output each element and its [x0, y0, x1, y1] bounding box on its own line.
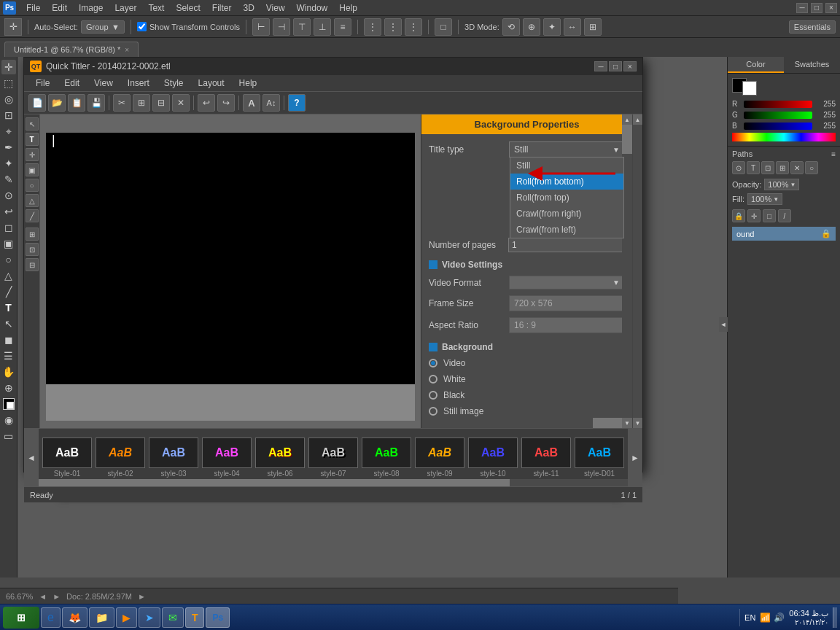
dialog-right-scrollbar[interactable]: ▲ ▼ — [632, 114, 642, 428]
essentials-btn[interactable]: Essentials — [789, 20, 836, 34]
align-center-icon[interactable]: ⊣ — [273, 18, 290, 36]
move-tool-icon[interactable]: ✛ — [4, 18, 22, 36]
dialog-triangle-tool[interactable]: △ — [26, 194, 39, 207]
dialog-filter-icon[interactable]: ⊡ — [26, 243, 39, 256]
dialog-pointer-tool[interactable]: ↖ — [26, 117, 39, 131]
dialog-new2-btn[interactable]: 📋 — [68, 94, 85, 112]
dialog-line-tool[interactable]: ╱ — [26, 209, 39, 222]
path-tool4[interactable]: ⊞ — [776, 161, 789, 174]
style-item-02[interactable]: AaB style-02 — [95, 438, 146, 478]
style-item-04[interactable]: AaB style-04 — [201, 438, 252, 478]
lock-position-icon[interactable]: ✛ — [747, 209, 761, 222]
path-tool5[interactable]: ✕ — [790, 161, 804, 174]
canvas-tab[interactable]: Untitled-1 @ 66.7% (RGB/8) * × — [4, 42, 139, 57]
dialog-redo-btn[interactable]: ↪ — [217, 94, 235, 112]
bg-video-radio[interactable] — [429, 359, 438, 368]
style-item-05[interactable]: AaB style-06 — [254, 438, 306, 478]
menu-file[interactable]: File — [20, 1, 46, 15]
arrange-icon[interactable]: □ — [435, 18, 452, 36]
gradient-tool[interactable]: ▣ — [1, 236, 16, 251]
foreground-color[interactable] — [1, 397, 16, 411]
styles-hscroll-thumb[interactable] — [39, 479, 510, 486]
dialog-textstyle-btn[interactable]: A↕ — [262, 94, 280, 112]
hscroll-thumb[interactable] — [593, 418, 622, 428]
dialog-menu-style[interactable]: Style — [158, 77, 190, 90]
bg-color-swatch[interactable] — [742, 81, 757, 96]
style-item-06[interactable]: AaB style-07 — [308, 438, 359, 478]
menu-3d[interactable]: 3D — [237, 1, 260, 15]
dialog-open-btn[interactable]: 📂 — [48, 94, 66, 112]
healing-tool[interactable]: ✦ — [1, 156, 16, 171]
fill-select[interactable]: 100% ▼ — [747, 193, 782, 205]
taskbar-titler[interactable]: T — [185, 607, 205, 628]
dialog-canvas[interactable]: | — [40, 114, 421, 428]
color-spectrum[interactable] — [732, 133, 836, 141]
brush-tool[interactable]: ✎ — [1, 172, 16, 187]
taskbar-wmp[interactable]: ▶ — [116, 607, 137, 628]
bg-video-row[interactable]: Video — [429, 358, 625, 368]
style-item-08[interactable]: AaB style-09 — [414, 438, 465, 478]
menu-select[interactable]: Select — [170, 1, 206, 15]
dialog-menu-file[interactable]: File — [30, 77, 55, 90]
status-nav-next[interactable]: ► — [52, 592, 61, 601]
styles-scroll-right[interactable]: ► — [628, 429, 642, 486]
taskbar-ps[interactable]: Ps — [206, 607, 230, 628]
3d-mode-btn2[interactable]: ⊕ — [523, 18, 540, 36]
bg-white-radio[interactable] — [429, 375, 438, 384]
eraser-tool[interactable]: ◻ — [1, 220, 16, 235]
dialog-copy-btn[interactable]: ⊞ — [133, 94, 150, 112]
r-slider[interactable] — [744, 101, 812, 108]
align-right-icon[interactable]: ⊤ — [293, 18, 311, 36]
status-nav-btn[interactable]: ► — [138, 592, 146, 601]
align-middle-icon[interactable]: ≡ — [334, 18, 351, 36]
style-item-07[interactable]: AaB style-08 — [361, 438, 412, 478]
hand-tool[interactable]: ☰ — [1, 349, 16, 363]
bg-white-row[interactable]: White — [429, 374, 625, 384]
taskbar-explorer[interactable]: 📁 — [89, 607, 114, 628]
style-item-01[interactable]: AaB Style-01 — [42, 438, 93, 478]
3d-mode-btn4[interactable]: ↔ — [564, 18, 581, 36]
window-maximize[interactable]: □ — [811, 3, 822, 13]
dialog-paste-btn[interactable]: ⊟ — [152, 94, 170, 112]
dropdown-crawl-right[interactable]: Crawl(from right) — [510, 206, 623, 222]
move-tool[interactable]: ✛ — [1, 60, 16, 74]
path-tool6[interactable]: ○ — [805, 161, 818, 174]
tab-close-icon[interactable]: × — [125, 46, 129, 54]
zoom-tool[interactable]: ✋ — [1, 365, 16, 379]
scroll-thumb[interactable] — [622, 125, 632, 154]
styles-scroll-left[interactable]: ◄ — [24, 429, 39, 486]
taskbar-firefox[interactable]: 🦊 — [62, 607, 88, 628]
menu-view[interactable]: View — [260, 1, 291, 15]
menu-text[interactable]: Text — [142, 1, 170, 15]
menu-filter[interactable]: Filter — [206, 1, 238, 15]
dialog-delete-btn[interactable]: ✕ — [172, 94, 190, 112]
show-desktop-btn[interactable] — [833, 607, 837, 628]
dialog-help-btn[interactable]: ? — [288, 94, 306, 112]
g-slider[interactable] — [744, 112, 812, 119]
bg-black-radio[interactable] — [429, 391, 438, 400]
group-dropdown[interactable]: Group▼ — [81, 20, 125, 34]
taskbar-mail[interactable]: ✉ — [162, 607, 184, 628]
shape-tool[interactable]: ◼ — [1, 332, 16, 347]
crop-tool[interactable]: ⌖ — [1, 124, 16, 139]
dialog-type-tool[interactable]: T — [26, 133, 39, 146]
screen-mode-tool[interactable]: ▭ — [1, 429, 16, 443]
window-minimize[interactable]: ─ — [796, 3, 808, 13]
dropdown-crawl-left[interactable]: Crawl(from left) — [510, 222, 623, 238]
dialog-restore[interactable]: □ — [609, 61, 622, 71]
path-select-tool[interactable]: ↖ — [1, 316, 16, 331]
dialog-new-btn[interactable]: 📄 — [28, 94, 46, 112]
opacity-select[interactable]: 100% ▼ — [764, 179, 799, 190]
tab-color[interactable]: Color — [728, 57, 784, 73]
dialog-undo-btn[interactable]: ↩ — [198, 94, 215, 112]
paths-options-icon[interactable]: ≡ — [831, 150, 836, 158]
bg-still-row[interactable]: Still image — [429, 406, 625, 416]
dropdown-roll-top[interactable]: Roll(from top) — [510, 190, 623, 206]
dialog-close[interactable]: × — [623, 61, 637, 71]
pen-tool[interactable]: ╱ — [1, 284, 16, 299]
taskbar-arrow[interactable]: ➤ — [139, 607, 160, 628]
dialog-scroll-down[interactable]: ▼ — [633, 418, 642, 428]
dialog-circle-tool[interactable]: ○ — [26, 179, 39, 192]
dialog-save-btn[interactable]: 💾 — [88, 94, 105, 112]
bg-layer-item[interactable]: ound 🔒 — [732, 227, 836, 241]
